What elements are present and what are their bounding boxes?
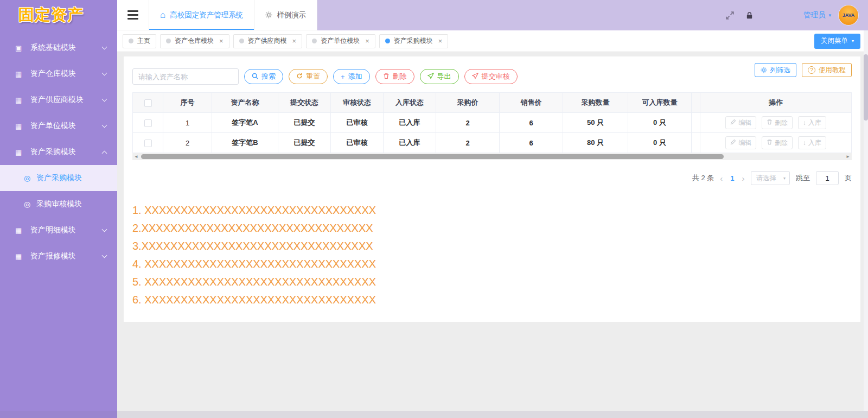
chevron-down-icon — [102, 252, 107, 258]
tag-home[interactable]: 主页 — [123, 34, 156, 48]
cell-review-status: 已审核 — [331, 133, 384, 153]
cell-purchase-qty: 50 只 — [563, 113, 628, 133]
row-checkbox[interactable] — [144, 140, 152, 147]
cell-purchase-price: 2 — [436, 113, 500, 133]
cell-sale-price: 6 — [500, 113, 563, 133]
row-edit-label: 编辑 — [738, 118, 751, 128]
grid-icon: ▦ — [15, 70, 24, 78]
close-icon[interactable]: × — [219, 37, 224, 45]
tag-dot-icon — [239, 39, 244, 43]
sidebar-subitem-label: 资产采购模块 — [36, 173, 82, 183]
submit-review-label: 提交审核 — [482, 72, 510, 81]
tag-warehouse[interactable]: 资产仓库模块 × — [160, 34, 229, 48]
row-edit-button[interactable]: 编辑 — [725, 116, 756, 129]
search-input[interactable] — [132, 68, 239, 85]
export-button[interactable]: 导出 — [420, 69, 459, 84]
note-line: 4. XXXXXXXXXXXXXXXXXXXXXXXXXXXXXXXX — [132, 255, 852, 273]
scroll-left-icon[interactable]: ◄ — [132, 153, 140, 160]
scrollbar-thumb[interactable] — [141, 154, 724, 159]
close-icon[interactable]: × — [365, 37, 369, 45]
close-icon[interactable]: × — [438, 37, 443, 45]
row-stock-in-label: 入库 — [808, 118, 821, 128]
row-delete-label: 删除 — [775, 138, 788, 148]
tag-supplier[interactable]: 资产供应商模 × — [233, 34, 303, 48]
col-sale-price: 销售价 — [500, 93, 563, 113]
scrollbar-thumb[interactable] — [0, 411, 117, 418]
sidebar-item-purchase[interactable]: ▦ 资产采购模块 — [0, 139, 117, 165]
col-spacer — [692, 93, 700, 113]
row-stock-in-button[interactable]: ↓ 入库 — [798, 136, 826, 149]
cell-actions: 编辑 删除 ↓ 入库 — [700, 133, 852, 153]
col-purchase-qty: 采购数量 — [563, 93, 628, 113]
sidebar-menu: ▣ 系统基础模块 ▦ 资产仓库模块 ▦ 资产供应商模块 ▦ 资产单位模块 ▦ 资… — [0, 30, 117, 269]
row-delete-button[interactable]: 删除 — [762, 116, 793, 129]
col-actions: 操作 — [700, 93, 852, 113]
tab-demo[interactable]: 样例演示 — [254, 0, 317, 30]
column-filter-button[interactable]: 列筛选 — [755, 63, 797, 77]
gear-icon — [265, 11, 272, 18]
export-label: 导出 — [437, 72, 451, 81]
tutorial-button[interactable]: ? 使用教程 — [802, 63, 852, 77]
row-checkbox[interactable] — [144, 119, 152, 127]
menu-toggle-button[interactable] — [117, 0, 149, 30]
page-vertical-scrollbar[interactable] — [864, 30, 868, 411]
tab-label: 高校固定资产管理系统 — [170, 10, 243, 20]
sidebar-item-supplier[interactable]: ▦ 资产供应商模块 — [0, 87, 117, 113]
note-line: 5. XXXXXXXXXXXXXXXXXXXXXXXXXXXXXXXX — [132, 273, 852, 291]
tag-unit[interactable]: 资产单位模块 × — [306, 34, 375, 48]
delete-button[interactable]: 删除 — [375, 69, 414, 84]
cell-stockable-qty: 0 只 — [628, 113, 692, 133]
page-horizontal-scrollbar[interactable] — [0, 411, 868, 418]
chevron-down-icon — [102, 44, 107, 49]
cell-sale-price: 6 — [500, 133, 563, 153]
col-stockable-qty: 可入库数量 — [628, 93, 692, 113]
next-page-icon[interactable]: › — [742, 174, 745, 183]
tab-system-title[interactable]: ⌂ 高校固定资产管理系统 — [149, 0, 254, 30]
cell-spacer — [692, 113, 700, 133]
scroll-right-icon[interactable]: ► — [844, 153, 852, 160]
modules-icon: ▣ — [15, 44, 24, 52]
page-size-select[interactable]: 请选择 ▾ — [751, 171, 790, 185]
home-icon: ⌂ — [160, 10, 165, 20]
sidebar-item-warehouse[interactable]: ▦ 资产仓库模块 — [0, 61, 117, 87]
tag-label: 资产仓库模块 — [175, 36, 214, 46]
grid-icon: ▦ — [15, 96, 24, 104]
sidebar-subitem-purchase-review[interactable]: ◎ 采购审核模块 — [0, 191, 117, 217]
cell-purchase-qty: 80 只 — [563, 133, 628, 153]
select-all-checkbox[interactable] — [144, 99, 152, 107]
prev-page-icon[interactable]: ‹ — [720, 174, 723, 183]
fullscreen-icon[interactable] — [725, 11, 735, 20]
submit-review-button[interactable]: 提交审核 — [464, 69, 518, 84]
cell-submit-status: 已提交 — [278, 133, 331, 153]
current-page[interactable]: 1 — [729, 174, 736, 182]
table-horizontal-scrollbar[interactable]: ◄ ► — [132, 153, 852, 160]
reset-button[interactable]: 重置 — [289, 69, 328, 84]
cell-purchase-price: 2 — [436, 133, 500, 153]
sidebar-item-repair[interactable]: ▦ 资产报修模块 — [0, 243, 117, 269]
row-delete-button[interactable]: 删除 — [762, 136, 793, 149]
arrow-down-icon: ↓ — [803, 139, 806, 147]
sidebar-item-system-base[interactable]: ▣ 系统基础模块 — [0, 35, 117, 61]
jump-page-input[interactable] — [816, 171, 839, 185]
table-row: 1 签字笔A 已提交 已审核 已入库 2 6 50 只 0 只 — [133, 113, 852, 133]
col-review-status: 审核状态 — [331, 93, 384, 113]
search-button[interactable]: 搜索 — [244, 69, 283, 84]
sidebar-item-unit[interactable]: ▦ 资产单位模块 — [0, 113, 117, 139]
tag-label: 主页 — [137, 36, 150, 46]
trash-icon — [767, 139, 773, 147]
scrollbar-thumb[interactable] — [864, 54, 868, 121]
add-button[interactable]: + 添加 — [333, 69, 370, 84]
row-stock-in-button[interactable]: ↓ 入库 — [798, 116, 826, 129]
sidebar-item-label: 资产明细模块 — [30, 225, 103, 235]
sidebar-subitem-purchase[interactable]: ◎ 资产采购模块 — [0, 165, 117, 191]
close-icon[interactable]: × — [292, 37, 297, 45]
sidebar-item-detail[interactable]: ▦ 资产明细模块 — [0, 217, 117, 243]
user-menu[interactable]: 管理员 ▾ — [803, 10, 831, 20]
close-menu-button[interactable]: 关闭菜单 ▾ — [814, 34, 860, 49]
lock-icon[interactable] — [745, 11, 754, 20]
avatar[interactable]: JAVA — [839, 5, 858, 25]
tag-label: 资产采购模块 — [394, 36, 433, 46]
col-purchase-price: 采购价 — [436, 93, 500, 113]
row-edit-button[interactable]: 编辑 — [725, 136, 756, 149]
tag-purchase[interactable]: 资产采购模块 × — [379, 34, 449, 48]
